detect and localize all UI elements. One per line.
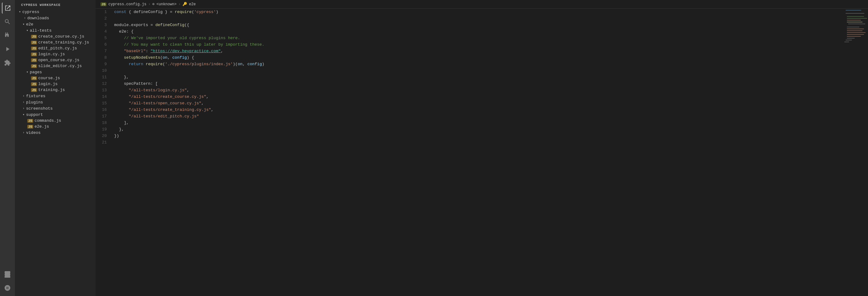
js-badge: JS xyxy=(31,58,37,62)
js-file-icon: JS xyxy=(100,2,106,6)
chevron-right-icon: › xyxy=(22,16,27,21)
folder-label-support: support xyxy=(26,113,43,117)
tree-item-create-training[interactable]: JS create_training.cy.js xyxy=(15,39,96,46)
code-line-9: return require('./cypress/plugins/index.… xyxy=(114,61,843,67)
tree-item-login-js[interactable]: JS login.js xyxy=(15,81,96,87)
code-line-19: }, xyxy=(114,126,843,132)
code-line-10 xyxy=(114,67,843,74)
source-control-icon[interactable] xyxy=(2,30,13,41)
file-label-commands-js: commands.js xyxy=(34,118,61,123)
code-line-15: "/all-tests/open_course.cy.js", xyxy=(114,100,843,107)
tree-item-training-js[interactable]: JS training.js xyxy=(15,87,96,93)
code-line-21 xyxy=(114,139,843,146)
code-content[interactable]: const { defineConfig } = require('cypres… xyxy=(112,9,843,296)
code-line-8: setupNodeEvents(on, config) { xyxy=(114,54,843,61)
chevron-right-icon: › xyxy=(21,93,26,98)
js-badge: JS xyxy=(31,82,37,86)
svg-rect-5 xyxy=(847,22,862,22)
tree-item-support[interactable]: ▾ support xyxy=(15,112,96,118)
extensions-icon[interactable] xyxy=(2,57,13,68)
js-badge: JS xyxy=(27,119,33,123)
code-line-5: // We've imported your old cypress plugi… xyxy=(114,35,843,41)
code-line-1: const { defineConfig } = require('cypres… xyxy=(114,9,843,15)
file-label-login-js: login.js xyxy=(38,82,57,86)
folder-label-fixtures: fixtures xyxy=(26,94,45,98)
file-label-create-training: create_training.cy.js xyxy=(38,40,89,45)
code-line-20: }) xyxy=(114,132,843,139)
tree-item-downloads[interactable]: › downloads xyxy=(15,15,96,21)
svg-rect-0 xyxy=(846,10,861,10)
js-badge: JS xyxy=(31,77,37,80)
code-line-18: ], xyxy=(114,120,843,126)
folder-label-screenshots: screenshots xyxy=(26,106,53,111)
activity-bar xyxy=(0,0,15,296)
tree-item-pages[interactable]: ▾ pages xyxy=(15,69,96,75)
chevron-down-icon: ▾ xyxy=(21,22,26,27)
tree-item-e2e-js[interactable]: JS e2e.js xyxy=(15,124,96,129)
code-line-12: specPattern: [ xyxy=(114,81,843,87)
tree-item-slide-editor[interactable]: JS slide_editor.cy.js xyxy=(15,63,96,69)
code-line-7: "baseUrl": "https://dev.heypractice.com"… xyxy=(114,48,843,54)
folder-label-downloads: downloads xyxy=(27,16,49,21)
run-debug-icon[interactable] xyxy=(2,43,13,55)
js-badge: JS xyxy=(31,64,37,68)
tree-item-edit-pitch[interactable]: JS edit_pitch.cy.js xyxy=(15,46,96,51)
js-badge: JS xyxy=(31,41,37,45)
sidebar: CYPRESS WORKSPACE ▾ cypress › downloads … xyxy=(15,0,96,296)
chevron-right-icon: › xyxy=(21,130,26,135)
tree-item-create-course[interactable]: JS create_course.cy.js xyxy=(15,34,96,39)
chevron-right-icon: › xyxy=(21,100,26,105)
scope-icon: ⊙ xyxy=(152,2,155,6)
tree-item-commands-js[interactable]: JS commands.js xyxy=(15,118,96,124)
chevron-down-icon: ▾ xyxy=(25,28,30,33)
file-label-course-js: course.js xyxy=(38,76,60,81)
minimap xyxy=(843,9,868,296)
svg-rect-4 xyxy=(847,20,861,21)
docker-icon[interactable] xyxy=(2,282,13,294)
explorer-icon[interactable] xyxy=(2,2,13,14)
svg-rect-14 xyxy=(846,40,852,40)
folder-label-videos: videos xyxy=(26,130,41,135)
svg-rect-8 xyxy=(847,29,864,29)
svg-rect-15 xyxy=(844,41,849,42)
file-label-open-course: open_course.cy.js xyxy=(38,58,80,62)
code-line-17: "/all-tests/edit_pitch.cy.js" xyxy=(114,113,843,120)
folder-label-plugins: plugins xyxy=(26,100,43,105)
breadcrumb-file[interactable]: cypress.config.js xyxy=(108,2,146,6)
code-line-13: "/all-tests/login.cy.js", xyxy=(114,87,843,93)
tree-item-course-js[interactable]: JS course.js xyxy=(15,75,96,81)
js-badge: JS xyxy=(27,125,33,128)
breadcrumb: JS cypress.config.js › ⊙ <unknown> › 🔑 e… xyxy=(96,0,868,9)
js-badge: JS xyxy=(31,53,37,56)
tree-item-all-tests[interactable]: ▾ all-tests xyxy=(15,27,96,34)
tree-item-login-cy[interactable]: JS login.cy.js xyxy=(15,51,96,57)
code-line-11: }, xyxy=(114,74,843,81)
breadcrumb-key[interactable]: e2e xyxy=(189,2,196,6)
search-icon[interactable] xyxy=(2,16,13,27)
tree-item-fixtures[interactable]: › fixtures xyxy=(15,93,96,99)
code-line-4: e2e: { xyxy=(114,28,843,35)
tree-item-open-course[interactable]: JS open_course.cy.js xyxy=(15,57,96,63)
js-badge: JS xyxy=(31,47,37,50)
folder-label-cypress: cypress xyxy=(22,10,39,14)
code-line-2 xyxy=(114,15,843,22)
chevron-down-icon: ▾ xyxy=(25,69,30,75)
chevron-down-icon: ▾ xyxy=(18,9,22,14)
tree-item-videos[interactable]: › videos xyxy=(15,129,96,136)
file-label-training-js: training.js xyxy=(38,88,65,92)
svg-rect-13 xyxy=(847,38,855,38)
tree-item-e2e[interactable]: ▾ e2e xyxy=(15,21,96,27)
svg-rect-1 xyxy=(846,13,864,14)
minimap-canvas xyxy=(843,9,868,102)
file-label-slide-editor: slide_editor.cy.js xyxy=(38,64,82,68)
folder-label-pages: pages xyxy=(30,70,42,75)
svg-rect-10 xyxy=(847,32,866,33)
tree-item-cypress[interactable]: ▾ cypress xyxy=(15,9,96,15)
breadcrumb-scope[interactable]: <unknown> xyxy=(156,2,177,6)
code-line-16: "/all-tests/create_training.cy.js", xyxy=(114,107,843,113)
remote-icon[interactable] xyxy=(2,269,13,280)
tree-item-plugins[interactable]: › plugins xyxy=(15,99,96,105)
tree-item-screenshots[interactable]: › screenshots xyxy=(15,105,96,112)
svg-rect-9 xyxy=(847,30,862,31)
workspace-title: CYPRESS WORKSPACE xyxy=(15,0,96,9)
